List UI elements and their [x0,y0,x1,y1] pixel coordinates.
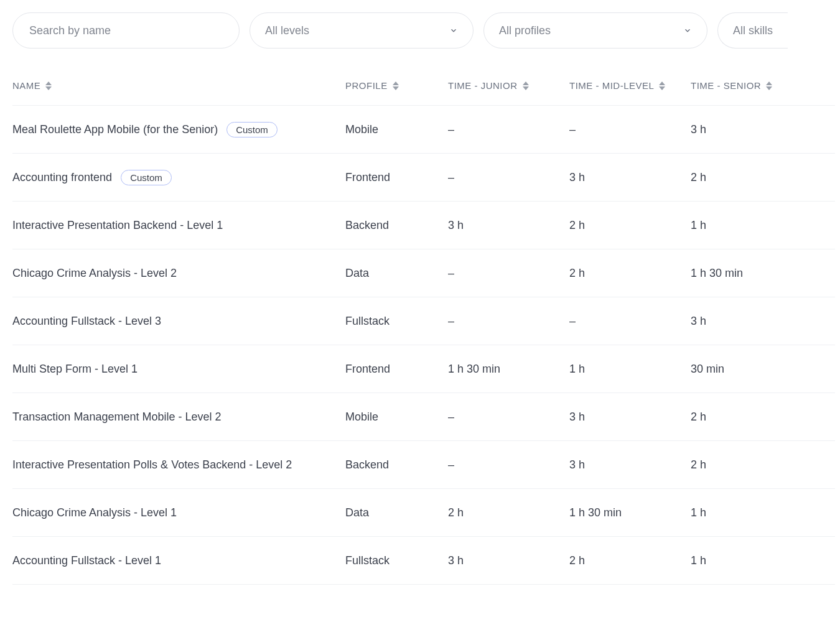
cell-name: Accounting Fullstack - Level 1 [12,554,345,567]
cell-time-junior: – [448,315,569,328]
skills-filter[interactable]: All skills [717,12,788,49]
sort-icon [523,81,529,90]
table-row[interactable]: Accounting Fullstack - Level 1Fullstack3… [12,537,835,585]
cell-time-mid: 1 h 30 min [569,506,691,519]
cell-profile: Fullstack [345,554,448,567]
cell-time-mid: 2 h [569,267,691,280]
cell-time-junior: – [448,458,569,472]
table-row[interactable]: Transaction Management Mobile - Level 2M… [12,393,835,441]
svg-marker-7 [659,86,665,90]
svg-marker-0 [45,81,52,85]
cell-time-mid: – [569,315,691,328]
table-row[interactable]: Chicago Crime Analysis - Level 2Data–2 h… [12,249,835,297]
column-header-profile[interactable]: PROFILE [345,80,448,91]
cell-time-senior: 3 h [691,123,835,136]
column-header-time-mid[interactable]: TIME - MID-LEVEL [569,80,691,91]
cell-time-mid: – [569,123,691,136]
cell-time-mid: 3 h [569,458,691,472]
filters-bar: All levels All profiles All skills [12,12,835,49]
cell-time-senior: 3 h [691,315,835,328]
cell-time-junior: 2 h [448,506,569,519]
cell-time-mid: 2 h [569,554,691,567]
column-header-label: TIME - JUNIOR [448,80,518,91]
table-row[interactable]: Multi Step Form - Level 1Frontend1 h 30 … [12,345,835,393]
sort-icon [393,81,399,90]
profiles-filter-label: All profiles [499,24,551,37]
cell-profile: Data [345,506,448,519]
cell-time-senior: 2 h [691,411,835,424]
search-name-wrapper[interactable] [12,12,240,49]
cell-time-junior: – [448,171,569,184]
cell-profile: Backend [345,458,448,472]
task-name: Multi Step Form - Level 1 [12,363,138,376]
table-header-row: NAME PROFILE TIME - JUNIOR TIME - MID-LE… [12,66,835,106]
column-header-label: TIME - SENIOR [691,80,761,91]
levels-filter[interactable]: All levels [250,12,474,49]
cell-time-junior: – [448,411,569,424]
table-row[interactable]: Chicago Crime Analysis - Level 1Data2 h1… [12,489,835,537]
cell-profile: Mobile [345,411,448,424]
profiles-filter[interactable]: All profiles [483,12,707,49]
cell-time-senior: 1 h 30 min [691,267,835,280]
table-row[interactable]: Accounting Fullstack - Level 3Fullstack–… [12,297,835,345]
sort-icon [45,81,52,90]
table-row[interactable]: Interactive Presentation Polls & Votes B… [12,441,835,489]
svg-marker-3 [393,86,399,90]
cell-name: Interactive Presentation Polls & Votes B… [12,458,345,472]
column-header-time-junior[interactable]: TIME - JUNIOR [448,80,569,91]
cell-profile: Fullstack [345,315,448,328]
column-header-label: TIME - MID-LEVEL [569,80,654,91]
table-row[interactable]: Accounting frontendCustomFrontend–3 h2 h [12,154,835,202]
cell-name: Multi Step Form - Level 1 [12,363,345,376]
task-name: Chicago Crime Analysis - Level 2 [12,267,177,280]
column-header-name[interactable]: NAME [12,80,345,91]
cell-time-junior: 1 h 30 min [448,363,569,376]
cell-name: Accounting frontendCustom [12,170,345,185]
cell-profile: Frontend [345,363,448,376]
cell-time-junior: – [448,267,569,280]
cell-time-senior: 1 h [691,219,835,232]
cell-profile: Backend [345,219,448,232]
svg-marker-8 [766,81,772,85]
task-name: Chicago Crime Analysis - Level 1 [12,506,177,519]
column-header-label: NAME [12,80,40,91]
task-name: Accounting Fullstack - Level 3 [12,315,161,328]
task-name: Interactive Presentation Polls & Votes B… [12,458,292,472]
cell-time-senior: 1 h [691,554,835,567]
table-row[interactable]: Interactive Presentation Backend - Level… [12,202,835,249]
cell-time-senior: 2 h [691,171,835,184]
cell-time-mid: 2 h [569,219,691,232]
cell-profile: Mobile [345,123,448,136]
task-name: Interactive Presentation Backend - Level… [12,219,223,232]
skills-filter-label: All skills [733,24,773,37]
task-name: Meal Roulette App Mobile (for the Senior… [12,123,218,136]
svg-marker-9 [766,86,772,90]
cell-name: Chicago Crime Analysis - Level 2 [12,267,345,280]
cell-time-mid: 3 h [569,411,691,424]
custom-badge: Custom [226,122,278,137]
tasks-table: NAME PROFILE TIME - JUNIOR TIME - MID-LE… [12,66,835,585]
task-name: Accounting frontend [12,171,112,184]
custom-badge: Custom [121,170,172,185]
cell-time-junior: 3 h [448,219,569,232]
cell-time-senior: 2 h [691,458,835,472]
column-header-time-senior[interactable]: TIME - SENIOR [691,80,835,91]
task-name: Transaction Management Mobile - Level 2 [12,411,222,424]
cell-time-senior: 30 min [691,363,835,376]
cell-profile: Frontend [345,171,448,184]
task-name: Accounting Fullstack - Level 1 [12,554,161,567]
cell-time-senior: 1 h [691,506,835,519]
levels-filter-label: All levels [265,24,309,37]
cell-time-mid: 1 h [569,363,691,376]
cell-time-junior: – [448,123,569,136]
svg-marker-5 [523,86,529,90]
svg-marker-4 [523,81,529,85]
svg-marker-6 [659,81,665,85]
table-row[interactable]: Meal Roulette App Mobile (for the Senior… [12,106,835,154]
chevron-down-icon [449,26,458,35]
search-input[interactable] [28,24,224,38]
chevron-down-icon [683,26,692,35]
sort-icon [766,81,772,90]
cell-time-junior: 3 h [448,554,569,567]
cell-name: Transaction Management Mobile - Level 2 [12,411,345,424]
